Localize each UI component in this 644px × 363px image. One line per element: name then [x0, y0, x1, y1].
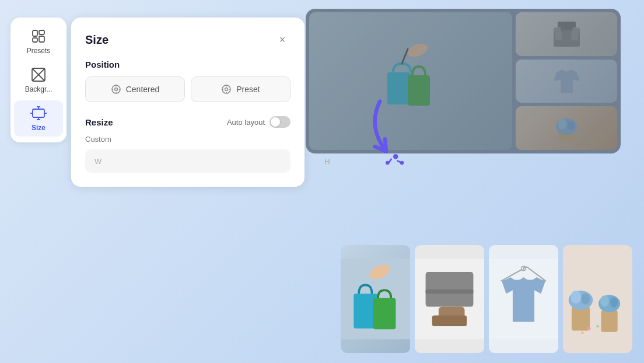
size-label: Size	[32, 124, 46, 132]
clothes-product-svg	[415, 245, 484, 353]
background-label: Backgr...	[25, 85, 52, 93]
svg-point-21	[225, 88, 228, 91]
centered-button[interactable]: Centered	[85, 76, 185, 102]
svg-rect-7	[33, 109, 44, 117]
auto-layout-text: Auto layout	[227, 118, 265, 127]
panel-header: Size ×	[85, 32, 290, 48]
svg-point-61	[600, 295, 609, 306]
svg-point-62	[610, 297, 618, 308]
width-input[interactable]	[106, 156, 208, 166]
collage-tshirt	[516, 60, 617, 103]
bottom-product-grid	[341, 245, 632, 353]
background-icon	[30, 67, 47, 83]
svg-point-65	[581, 331, 583, 334]
svg-rect-55	[572, 307, 590, 331]
svg-line-42	[398, 160, 402, 162]
cupcake-svg	[551, 114, 583, 143]
svg-point-36	[558, 119, 566, 130]
svg-point-58	[581, 293, 590, 304]
collage-main-image	[309, 12, 512, 150]
svg-point-14	[112, 85, 120, 93]
product-card-bags	[341, 245, 410, 353]
svg-point-15	[114, 88, 117, 91]
svg-rect-46	[373, 298, 396, 330]
bags-product-svg	[341, 245, 410, 353]
svg-point-40	[400, 160, 404, 164]
shopping-bags-svg	[376, 43, 446, 119]
sidebar-item-presets[interactable]: Presets	[14, 23, 63, 60]
position-buttons: Centered Preset	[85, 76, 290, 102]
collage-side	[516, 12, 617, 150]
custom-label: Custom	[85, 135, 290, 144]
presets-icon	[30, 28, 47, 44]
svg-point-38	[393, 154, 398, 159]
svg-point-20	[222, 85, 230, 93]
svg-point-64	[596, 325, 598, 327]
product-card-clothes	[415, 245, 484, 353]
svg-rect-59	[601, 310, 617, 331]
tshirt-product-svg	[489, 245, 558, 353]
svg-point-57	[570, 291, 581, 303]
product-card-tshirt	[489, 245, 558, 353]
position-section-label: Position	[85, 60, 290, 69]
centered-icon	[111, 84, 121, 95]
svg-rect-26	[387, 72, 411, 104]
auto-layout-row: Auto layout	[227, 116, 290, 128]
svg-rect-3	[39, 36, 44, 42]
preset-label: Preset	[236, 85, 260, 94]
svg-point-63	[587, 327, 591, 330]
svg-line-41	[389, 159, 391, 162]
image-area	[306, 9, 632, 353]
svg-line-28	[402, 49, 408, 64]
sidebar: Presets Backgr... Size	[10, 18, 66, 142]
sidebar-item-size[interactable]: Size	[14, 100, 63, 137]
cupcakes-product-svg	[563, 245, 632, 353]
svg-point-39	[386, 160, 389, 164]
svg-rect-49	[426, 289, 474, 294]
svg-rect-27	[408, 75, 430, 106]
svg-rect-0	[33, 30, 37, 36]
sidebar-item-background[interactable]: Backgr...	[14, 62, 63, 98]
auto-layout-toggle[interactable]	[270, 116, 290, 128]
panel-title: Size	[85, 33, 108, 47]
product-card-cupcakes	[563, 245, 632, 353]
size-icon	[30, 105, 47, 121]
svg-point-29	[406, 43, 430, 60]
close-button[interactable]: ×	[274, 32, 290, 48]
top-collage	[306, 9, 621, 153]
collage-cupcake	[516, 106, 617, 150]
clothes-svg	[551, 19, 583, 48]
preset-icon	[221, 84, 232, 95]
svg-point-37	[568, 121, 575, 130]
height-input[interactable]	[218, 156, 320, 166]
collage-clothes	[516, 12, 617, 56]
resize-row: Resize Auto layout	[85, 116, 290, 128]
presets-label: Presets	[27, 47, 51, 55]
tshirt-svg	[551, 67, 583, 96]
svg-rect-51	[432, 315, 467, 326]
svg-rect-2	[39, 30, 44, 34]
resize-label: Resize	[85, 117, 113, 127]
svg-rect-1	[33, 38, 37, 42]
preset-button[interactable]: Preset	[191, 76, 290, 102]
dimension-row: W H	[85, 149, 290, 173]
width-label: W	[94, 157, 102, 166]
centered-label: Centered	[126, 85, 160, 94]
size-panel: Size × Position Centered	[71, 18, 304, 187]
